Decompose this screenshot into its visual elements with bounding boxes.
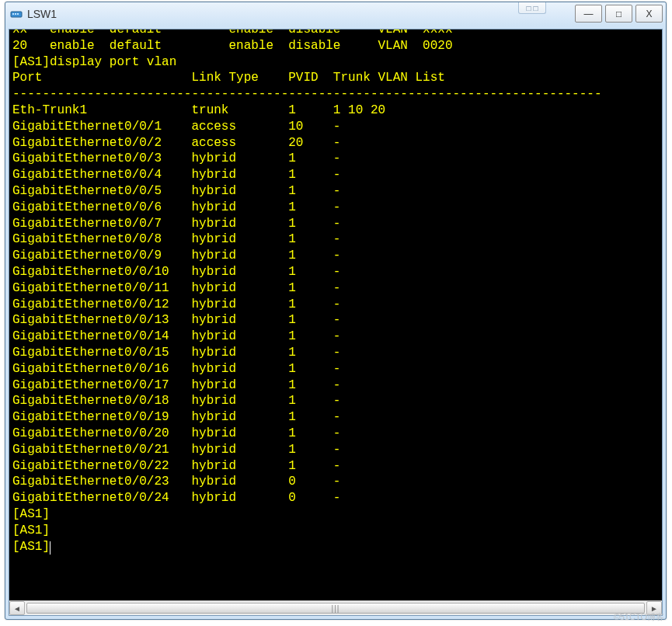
minimize-button[interactable]: — [575,5,602,23]
svg-rect-2 [15,13,16,15]
scroll-track[interactable]: ||| [26,601,645,615]
horizontal-scrollbar[interactable]: ◄ ||| ► [9,600,662,615]
svg-rect-1 [12,13,14,15]
device-icon [10,8,23,20]
watermark: ©51CTO博客 [614,611,664,623]
app-window: LSW1 □ □ — □ X xx enable default enable … [5,2,667,620]
titlebar[interactable]: LSW1 □ □ — □ X [5,2,666,26]
dock-button[interactable]: □ □ [518,2,546,14]
scroll-grip-icon: ||| [332,604,340,613]
window-title: LSW1 [27,8,57,20]
maximize-button[interactable]: □ [605,5,632,23]
svg-rect-3 [17,13,19,15]
close-button[interactable]: X [635,5,663,23]
terminal-output[interactable]: xx enable default enable disable VLAN xx… [9,30,662,556]
scroll-thumb[interactable]: ||| [26,603,645,614]
window-controls: □ □ — □ X [575,5,663,23]
scroll-left-button[interactable]: ◄ [9,601,25,615]
terminal-scroll[interactable]: xx enable default enable disable VLAN xx… [9,30,662,600]
terminal-area[interactable]: xx enable default enable disable VLAN xx… [9,29,663,616]
